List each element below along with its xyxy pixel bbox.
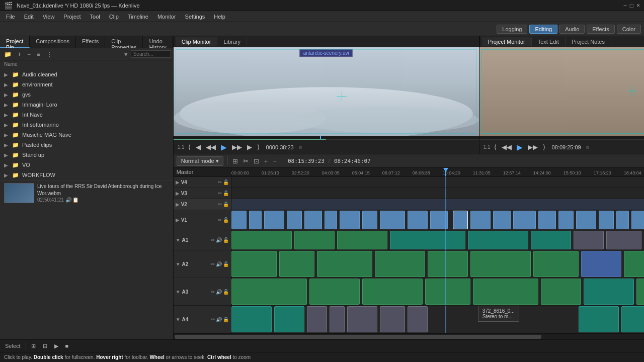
menu-file[interactable]: File — [2, 13, 19, 21]
tab-project-monitor[interactable]: Project Monitor — [482, 37, 532, 46]
tl-remove-track-btn[interactable]: − — [271, 156, 278, 166]
a4-clip-6[interactable] — [380, 306, 405, 332]
tab-effects[interactable]: Effects — [76, 36, 105, 48]
clip-preview-item[interactable]: Live tours of the RRS Sir David Attenbor… — [0, 180, 173, 205]
a4-clip-1[interactable] — [231, 306, 272, 332]
add-folder-btn[interactable]: 📁 — [2, 50, 14, 59]
tl-add-track-btn[interactable]: + — [263, 156, 270, 166]
clip-monitor-play[interactable]: ▶ — [219, 142, 228, 152]
a1-clip-8[interactable] — [606, 231, 641, 249]
bb-stop-btn[interactable]: ■ — [63, 342, 71, 350]
a2-clip-5[interactable] — [428, 251, 468, 277]
a3-clip-7[interactable] — [584, 279, 634, 305]
v1-clip-3[interactable] — [264, 211, 284, 229]
a4-clip-7[interactable] — [408, 306, 428, 332]
folder-immagini[interactable]: ▶ 📁 Immagini Loro — [0, 100, 173, 110]
folder-gvs[interactable]: ▶ 📁 gvs — [0, 89, 173, 100]
a4-mute-icon[interactable]: 🔊 — [216, 317, 222, 322]
a2-clip-3[interactable] — [317, 251, 372, 277]
a4-clip-2[interactable] — [274, 306, 304, 332]
a3-clip-6[interactable] — [541, 279, 581, 305]
menu-project[interactable]: Project — [59, 13, 85, 21]
v1-clip-14[interactable] — [493, 211, 511, 229]
a2-clip-4[interactable] — [375, 251, 425, 277]
close-btn[interactable]: × — [636, 2, 640, 9]
a2-clip-8[interactable] — [581, 251, 621, 277]
folder-pasted[interactable]: ▶ 📁 Pasted clips — [0, 140, 173, 150]
menu-settings[interactable]: Settings — [181, 13, 209, 21]
a2-lock-icon[interactable]: 🔓 — [223, 261, 229, 267]
v1-edit-icon[interactable]: ✏ — [218, 217, 222, 223]
tab-compositions[interactable]: Compositions — [30, 36, 76, 48]
v1-clip-9[interactable] — [380, 211, 405, 229]
a3-clip-8[interactable] — [636, 279, 644, 305]
v3-expand[interactable]: ▶ — [176, 191, 180, 196]
a2-mute-icon[interactable]: 🔊 — [216, 261, 222, 267]
v1-clip-4[interactable] — [287, 211, 302, 229]
v1-clip-6[interactable] — [325, 211, 337, 229]
a2-clip-7[interactable] — [533, 251, 579, 277]
a1-clip-5[interactable] — [468, 231, 528, 249]
v1-clip-16[interactable] — [538, 211, 556, 229]
v1-clip-8[interactable] — [362, 211, 377, 229]
a2-edit-icon[interactable]: ✏ — [211, 261, 215, 267]
a1-lock-icon[interactable]: 🔓 — [223, 237, 229, 243]
folder-int-nave[interactable]: ▶ 📁 Int Nave — [0, 110, 173, 120]
clip-monitor-prev-frame[interactable]: ◀ — [194, 143, 202, 151]
v3-edit-icon[interactable]: ✏ — [218, 191, 222, 196]
v1-clip-17[interactable] — [558, 211, 574, 229]
timeline-mode-select[interactable]: Normal mode ▾ — [177, 156, 223, 166]
folder-musiche[interactable]: ▶ 📁 Musiche MAG Nave — [0, 130, 173, 140]
a1-clip-2[interactable] — [294, 231, 335, 249]
v1-clip-19[interactable] — [599, 211, 614, 229]
project-monitor-scrubber[interactable] — [479, 136, 644, 140]
a1-clip-1[interactable] — [231, 231, 292, 249]
clip-monitor-scrubber[interactable] — [174, 136, 479, 140]
clip-monitor-video[interactable]: antarctic-scenery.avi — [174, 47, 479, 136]
add-clip-btn[interactable]: + — [16, 50, 23, 59]
v2-lock-icon[interactable]: 🔓 — [223, 202, 229, 207]
workspace-audio[interactable]: Audio — [559, 25, 585, 34]
folder-environment[interactable]: ▶ 📁 environment — [0, 79, 173, 89]
v1-clip-20[interactable] — [616, 211, 629, 229]
folder-vo[interactable]: ▶ 📁 VO — [0, 160, 173, 170]
clip-list-btn[interactable]: ≡ — [35, 50, 42, 59]
v1-clip-5[interactable] — [304, 211, 322, 229]
tl-snap-btn[interactable]: ⊞ — [231, 156, 239, 166]
a4-edit-icon[interactable]: ✏ — [211, 317, 215, 322]
v1-lock-icon[interactable]: 🔓 — [223, 217, 229, 223]
clip-monitor-mark-in[interactable]: ⟨ — [187, 143, 192, 151]
a3-clip-5[interactable] — [473, 279, 538, 305]
tab-text-edit[interactable]: Text Edit — [532, 37, 566, 46]
v4-edit-icon[interactable]: ✏ — [218, 179, 222, 185]
proj-monitor-rewind[interactable]: ◀◀ — [500, 143, 513, 151]
bb-play-btn[interactable]: ▶ — [52, 342, 60, 350]
a1-clip-4[interactable] — [390, 231, 465, 249]
tab-clip-properties[interactable]: Clip Properties — [105, 36, 143, 48]
workspace-editing[interactable]: Editing — [529, 25, 557, 34]
a3-mute-icon[interactable]: 🔊 — [216, 289, 222, 295]
v3-lock-icon[interactable]: 🔓 — [223, 191, 229, 196]
a3-lock-icon[interactable]: 🔓 — [223, 289, 229, 295]
a4-clip-8[interactable] — [579, 306, 619, 332]
proj-monitor-play[interactable]: ▶ — [515, 142, 524, 152]
a4-clip-4[interactable] — [330, 306, 345, 332]
a1-mute-icon[interactable]: 🔊 — [216, 237, 222, 243]
menu-timeline[interactable]: Timeline — [124, 13, 152, 21]
tl-razor-btn[interactable]: ✂ — [242, 156, 250, 166]
a2-clip-6[interactable] — [470, 251, 531, 277]
maximize-btn[interactable]: □ — [630, 2, 633, 9]
menu-tool[interactable]: Tool — [86, 13, 104, 21]
folder-stand-up[interactable]: ▶ 📁 Stand up — [0, 150, 173, 160]
a3-clip-2[interactable] — [309, 279, 360, 305]
a4-lock-icon[interactable]: 🔓 — [223, 317, 229, 322]
delete-clip-btn[interactable]: − — [25, 50, 33, 59]
a2-clip-1[interactable] — [231, 251, 277, 277]
a3-edit-icon[interactable]: ✏ — [211, 289, 215, 295]
clip-monitor-forward[interactable]: ▶▶ — [230, 143, 244, 151]
v1-clip-21[interactable] — [631, 211, 644, 229]
a4-expand[interactable]: ▼ — [176, 317, 181, 322]
clip-monitor-mark-out[interactable]: ⟩ — [256, 143, 261, 151]
tab-project-bin[interactable]: Project Bin — [0, 36, 30, 48]
folder-audio-cleaned[interactable]: ▶ 📁 Audio cleaned — [0, 69, 173, 79]
